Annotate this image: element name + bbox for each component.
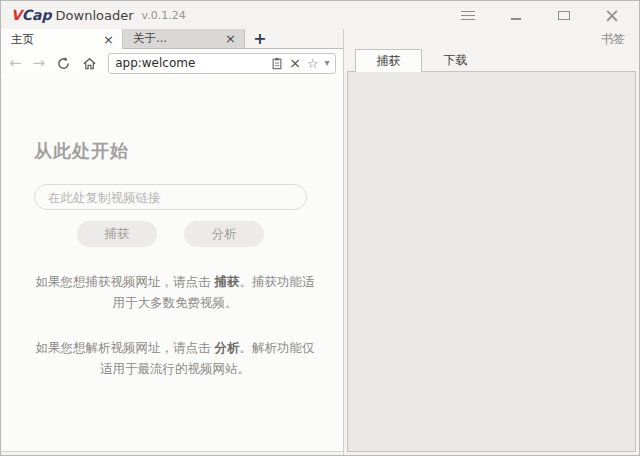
logo-v: V (11, 7, 22, 23)
analyze-button[interactable]: 分析 (184, 221, 264, 247)
capture-list-pane (347, 71, 636, 452)
title-bar: V Cap Downloader v.0.1.24 × (1, 1, 639, 29)
main-area: 主页 × 关于... × + ← → (1, 29, 639, 455)
tab-home[interactable]: 主页 × (1, 29, 123, 49)
app-window: V Cap Downloader v.0.1.24 × 主页 × (0, 0, 640, 456)
page-title: 从此处开始 (34, 139, 343, 163)
tab-about-label: 关于... (133, 31, 223, 46)
forward-icon[interactable]: → (33, 56, 46, 71)
url-input[interactable] (115, 56, 265, 70)
bookmarks-button[interactable]: 书签 (601, 31, 625, 48)
dropdown-arrow-icon[interactable]: ▾ (325, 58, 330, 68)
menu-button[interactable] (453, 4, 483, 26)
capture-button[interactable]: 捕获 (77, 221, 157, 247)
browser-pane: 主页 × 关于... × + ← → (1, 29, 344, 455)
minimize-icon (511, 18, 521, 20)
welcome-page: 从此处开始 捕获 分析 如果您想捕获视频网址，请点击 捕获。捕获功能适用于大多数… (1, 77, 343, 452)
side-panel-tabs: 捕获 下载 (347, 49, 636, 71)
close-icon: × (604, 6, 620, 25)
minimize-button[interactable] (501, 4, 531, 26)
app-logo: V Cap Downloader (11, 7, 134, 23)
app-title: Downloader (56, 8, 134, 23)
action-buttons: 捕获 分析 (34, 221, 307, 247)
capture-description: 如果您想捕获视频网址，请点击 捕获。捕获功能适用于大多数免费视频。 (34, 272, 316, 313)
clipboard-icon[interactable] (271, 57, 283, 70)
navigation-bar: ← → × ☆ ▾ (1, 49, 343, 77)
back-icon[interactable]: ← (9, 56, 22, 71)
tab-home-label: 主页 (11, 32, 101, 47)
video-link-input[interactable] (34, 184, 307, 210)
close-button[interactable]: × (597, 4, 627, 26)
home-icon[interactable] (82, 56, 97, 71)
tab-home-close-icon[interactable]: × (101, 32, 116, 47)
bookmark-row: 书签 (347, 29, 636, 49)
tab-about[interactable]: 关于... × (123, 29, 245, 48)
browser-tab-strip: 主页 × 关于... × + (1, 29, 343, 49)
tab-capture[interactable]: 捕获 (355, 49, 422, 72)
clear-url-icon[interactable]: × (289, 56, 301, 70)
maximize-button[interactable] (549, 4, 579, 26)
tab-download[interactable]: 下载 (422, 49, 489, 71)
new-tab-button[interactable]: + (245, 29, 275, 48)
refresh-icon[interactable] (56, 56, 71, 71)
address-bar[interactable]: × ☆ ▾ (108, 53, 335, 74)
hamburger-icon (461, 8, 475, 23)
app-version: v.0.1.24 (142, 9, 186, 22)
bookmark-star-icon[interactable]: ☆ (307, 57, 319, 70)
tab-about-close-icon[interactable]: × (223, 31, 238, 46)
analyze-description: 如果您想解析视频网址，请点击 分析。解析功能仅适用于最流行的视频网站。 (34, 338, 316, 379)
maximize-icon (558, 11, 570, 20)
logo-cap: Cap (22, 7, 52, 23)
side-panel: 书签 捕获 下载 (344, 29, 639, 455)
